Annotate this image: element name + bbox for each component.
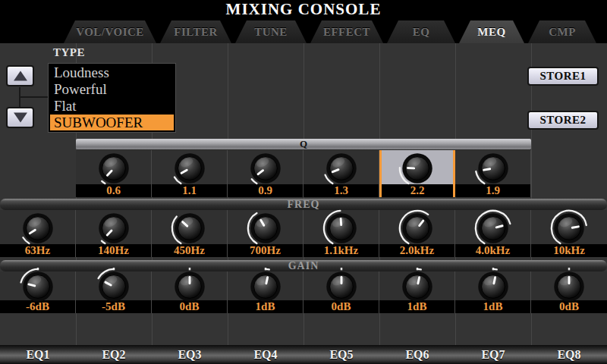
- q-cell-eq3: 1.1: [152, 150, 228, 197]
- channel-label-eq5: EQ5: [304, 345, 379, 364]
- tab-label: TUNE: [254, 26, 288, 38]
- q-knob-eq4[interactable]: [246, 149, 285, 188]
- q-knob-eq2[interactable]: [94, 149, 134, 188]
- triangle-up-icon: [14, 71, 27, 81]
- q-cell-eq5: 1.3: [304, 150, 379, 197]
- gain-knob-eq8[interactable]: [549, 267, 589, 306]
- freq-knob-eq6[interactable]: [398, 209, 437, 248]
- gain-cell-eq8: 0dB: [531, 271, 607, 313]
- gain-knob-row: -6dB -5dB 0dB 1dB 0dB 1dB: [0, 271, 607, 313]
- type-down-button[interactable]: [6, 107, 34, 128]
- gain-section-header: GAIN: [0, 260, 607, 271]
- gain-cell-eq6: 1dB: [379, 271, 455, 313]
- freq-cell-eq3: 450Hz: [152, 210, 228, 257]
- channel-label-eq1: EQ1: [0, 345, 76, 364]
- tab-row: VOL/VOICE FILTER TUNE EFFECT EQ MEQ CMP: [64, 20, 596, 43]
- gain-knob-eq6[interactable]: [398, 267, 437, 306]
- q-section: Q 0.6 1.1 0.9 1.3 2.2: [76, 139, 531, 197]
- freq-knob-eq2[interactable]: [94, 209, 134, 248]
- channel-label-bar: EQ1 EQ2 EQ3 EQ4 EQ5 EQ6 EQ7 EQ8: [0, 345, 607, 364]
- tab-label: FILTER: [174, 26, 217, 38]
- freq-section-header: FREQ: [0, 199, 607, 210]
- gain-cell-eq2: -5dB: [76, 271, 152, 313]
- gain-knob-eq1[interactable]: [18, 267, 58, 306]
- gain-knob-eq7[interactable]: [473, 267, 513, 306]
- channel-label-eq4: EQ4: [228, 345, 304, 364]
- q-cell-eq2: 0.6: [76, 150, 152, 197]
- channel-label-eq7: EQ7: [455, 345, 531, 364]
- q-cell-eq4: 0.9: [228, 150, 304, 197]
- gain-cell-eq4: 1dB: [228, 271, 304, 313]
- tab-label: VOL/VOICE: [76, 26, 144, 38]
- tab-eq[interactable]: EQ: [387, 20, 455, 43]
- type-option-powerful[interactable]: Powerful: [49, 81, 175, 98]
- gain-knob-eq3[interactable]: [170, 267, 209, 306]
- tab-tune[interactable]: TUNE: [235, 20, 307, 43]
- tab-label: EFFECT: [323, 26, 370, 38]
- freq-knob-eq7[interactable]: [473, 209, 513, 248]
- freq-knob-eq1[interactable]: [18, 209, 58, 248]
- gain-cell-eq1: -6dB: [0, 271, 76, 313]
- gain-knob-eq4[interactable]: [246, 267, 285, 306]
- type-label: TYPE: [53, 46, 85, 59]
- tab-vol-voice[interactable]: VOL/VOICE: [64, 20, 156, 43]
- store1-button[interactable]: STORE1: [527, 67, 599, 86]
- type-option-loudness[interactable]: Loudness: [49, 64, 175, 81]
- channel-label-eq3: EQ3: [152, 345, 228, 364]
- channel-label-eq8: EQ8: [531, 345, 607, 364]
- freq-cell-eq2: 140Hz: [76, 210, 152, 257]
- type-option-subwoofer[interactable]: SUBWOOFER: [50, 115, 174, 130]
- tab-meq[interactable]: MEQ: [459, 20, 524, 43]
- page-title: MIXING CONSOLE: [0, 0, 607, 19]
- q-knob-eq6[interactable]: [398, 149, 437, 188]
- store2-button[interactable]: STORE2: [527, 111, 599, 130]
- freq-cell-eq8: 10kHz: [531, 210, 607, 257]
- gain-knob-eq2[interactable]: [94, 267, 134, 306]
- freq-knob-eq8[interactable]: [549, 209, 589, 248]
- tab-label: EQ: [413, 26, 430, 38]
- q-cell-eq6-selected: 2.2: [379, 150, 455, 197]
- gain-cell-eq3: 0dB: [152, 271, 228, 313]
- q-knob-eq7[interactable]: [473, 149, 513, 188]
- mixing-console-screen: MIXING CONSOLE VOL/VOICE FILTER TUNE EFF…: [0, 0, 607, 364]
- q-knob-eq3[interactable]: [170, 149, 209, 188]
- button-connector-line: [20, 96, 52, 98]
- type-up-button[interactable]: [6, 65, 34, 86]
- gain-cell-eq5: 0dB: [304, 271, 379, 313]
- q-cell-eq7: 1.9: [455, 150, 531, 197]
- tab-effect[interactable]: EFFECT: [310, 20, 383, 43]
- q-section-header: Q: [76, 139, 531, 150]
- gain-knob-eq5[interactable]: [322, 267, 361, 306]
- gain-section: GAIN -6dB -5dB 0dB 1dB 0dB: [0, 260, 607, 313]
- tab-filter[interactable]: FILTER: [160, 20, 231, 43]
- gain-cell-eq7: 1dB: [455, 271, 531, 313]
- channel-label-eq2: EQ2: [76, 345, 152, 364]
- freq-cell-eq7: 4.0kHz: [455, 210, 531, 257]
- q-knob-eq5[interactable]: [322, 149, 361, 188]
- tab-label: CMP: [549, 26, 576, 38]
- freq-cell-eq5: 1.1kHz: [304, 210, 379, 257]
- freq-cell-eq1: 63Hz: [0, 210, 76, 257]
- freq-knob-eq3[interactable]: [170, 209, 209, 248]
- freq-knob-row: 63Hz 140Hz 450Hz 700Hz 1.1kHz 2.0kHz: [0, 210, 607, 257]
- freq-cell-eq4: 700Hz: [228, 210, 304, 257]
- channel-label-eq6: EQ6: [379, 345, 455, 364]
- triangle-down-icon: [14, 113, 27, 123]
- q-knob-row: 0.6 1.1 0.9 1.3 2.2 1.9: [76, 150, 531, 197]
- type-option-flat[interactable]: Flat: [49, 98, 175, 115]
- freq-knob-eq4[interactable]: [246, 209, 285, 248]
- title-bar: MIXING CONSOLE: [0, 0, 607, 19]
- tab-label: MEQ: [477, 26, 505, 38]
- freq-section: FREQ 63Hz 140Hz 450Hz 700Hz 1.1kHz: [0, 199, 607, 257]
- tab-cmp[interactable]: CMP: [528, 20, 596, 43]
- freq-knob-eq5[interactable]: [322, 209, 361, 248]
- freq-cell-eq6: 2.0kHz: [379, 210, 455, 257]
- type-list: Loudness Powerful Flat SUBWOOFER: [48, 63, 176, 133]
